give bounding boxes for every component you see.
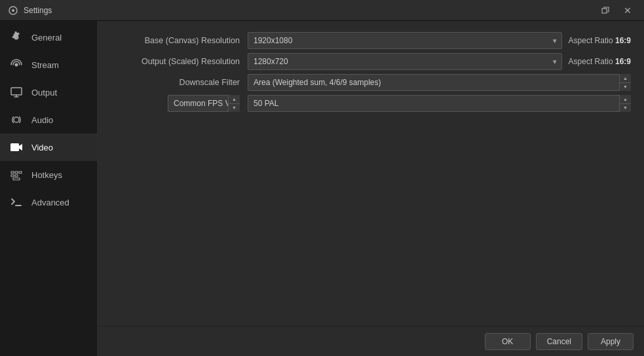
- svg-rect-10: [11, 175, 14, 177]
- close-button[interactable]: ✕: [619, 4, 636, 17]
- fps-value-spinner: ▲ ▼: [619, 95, 631, 112]
- audio-label: Audio: [31, 115, 53, 125]
- fps-value-down-button[interactable]: ▼: [620, 104, 631, 113]
- main-layout: General Stream Output: [0, 21, 644, 356]
- output-resolution-control: 1280x720 1920x1080 854x480 ▼ Aspect Rati…: [248, 53, 631, 70]
- stream-icon: [9, 58, 24, 72]
- fps-value-select[interactable]: 50 PAL 23.976 NTSC 24 NTSC 25 PAL 29.97 …: [248, 95, 631, 112]
- fps-value-wrapper: 50 PAL 23.976 NTSC 24 NTSC 25 PAL 29.97 …: [248, 95, 631, 112]
- fps-type-up-button[interactable]: ▲: [229, 95, 240, 104]
- fps-row: Common FPS Values Integer FPS Value Frac…: [110, 94, 631, 113]
- downscale-filter-label: Downscale Filter: [110, 78, 248, 87]
- output-resolution-select[interactable]: 1280x720 1920x1080 854x480: [248, 53, 562, 70]
- downscale-filter-select[interactable]: Area (Weighted sum, 4/6/9 samples) Bilin…: [248, 74, 631, 91]
- fps-label: Common FPS Values Integer FPS Value Frac…: [110, 95, 248, 112]
- downscale-filter-control: Area (Weighted sum, 4/6/9 samples) Bilin…: [248, 74, 631, 91]
- restore-button[interactable]: [597, 4, 614, 17]
- base-resolution-select-wrapper: 1920x1080 1280x720 3840x2160 ▼: [248, 32, 562, 49]
- output-icon: [9, 85, 24, 99]
- video-settings-form: Base (Canvas) Resolution 1920x1080 1280x…: [110, 31, 631, 114]
- fps-spinner-wrapper: Common FPS Values Integer FPS Value Frac…: [168, 95, 240, 112]
- svg-point-5: [14, 117, 19, 122]
- svg-point-3: [15, 63, 18, 67]
- stream-label: Stream: [31, 60, 59, 70]
- svg-rect-4: [11, 88, 22, 95]
- fps-type-spinner: ▲ ▼: [228, 95, 240, 112]
- sidebar-item-hotkeys[interactable]: Hotkeys: [0, 161, 97, 188]
- downscale-spinner: ▲ ▼: [619, 74, 631, 91]
- audio-icon: [9, 113, 24, 127]
- base-resolution-label: Base (Canvas) Resolution: [110, 36, 248, 45]
- sidebar-item-output[interactable]: Output: [0, 79, 97, 106]
- base-resolution-select[interactable]: 1920x1080 1280x720 3840x2160: [248, 32, 562, 49]
- video-icon: [9, 140, 24, 154]
- downscale-filter-wrapper: Area (Weighted sum, 4/6/9 samples) Bilin…: [248, 74, 631, 91]
- sidebar-item-video[interactable]: Video: [0, 134, 97, 161]
- sidebar-item-stream[interactable]: Stream: [0, 51, 97, 79]
- advanced-label: Advanced: [31, 198, 69, 207]
- svg-rect-11: [15, 175, 18, 177]
- sidebar: General Stream Output: [0, 21, 97, 356]
- window-controls: ✕: [597, 4, 636, 17]
- downscale-filter-row: Downscale Filter Area (Weighted sum, 4/6…: [110, 73, 631, 92]
- output-resolution-label: Output (Scaled) Resolution: [110, 57, 248, 66]
- downscale-down-button[interactable]: ▼: [620, 83, 631, 92]
- hotkeys-label: Hotkeys: [31, 170, 62, 180]
- spacer: [110, 114, 631, 346]
- advanced-icon: [9, 195, 24, 209]
- base-resolution-control: 1920x1080 1280x720 3840x2160 ▼ Aspect Ra…: [248, 32, 631, 49]
- sidebar-item-advanced[interactable]: Advanced: [0, 188, 97, 216]
- general-label: General: [31, 33, 62, 43]
- window-title: Settings: [24, 6, 597, 15]
- sidebar-item-audio[interactable]: Audio: [0, 106, 97, 134]
- svg-rect-9: [19, 171, 22, 173]
- video-label: Video: [31, 143, 53, 152]
- svg-rect-12: [13, 178, 20, 180]
- output-resolution-select-wrapper: 1280x720 1920x1080 854x480 ▼: [248, 53, 562, 70]
- base-resolution-row: Base (Canvas) Resolution 1920x1080 1280x…: [110, 31, 631, 50]
- svg-rect-2: [602, 9, 607, 13]
- output-label: Output: [31, 88, 57, 98]
- fps-label-wrapper: Common FPS Values Integer FPS Value Frac…: [110, 95, 240, 112]
- gear-icon: [9, 30, 24, 44]
- output-resolution-aspect-ratio: Aspect Ratio 16:9: [566, 57, 631, 66]
- content-area: Base (Canvas) Resolution 1920x1080 1280x…: [97, 21, 644, 356]
- output-resolution-row: Output (Scaled) Resolution 1280x720 1920…: [110, 52, 631, 71]
- svg-rect-7: [11, 171, 14, 173]
- svg-rect-6: [10, 143, 19, 151]
- app-icon: [8, 5, 18, 16]
- base-resolution-aspect-ratio: Aspect Ratio 16:9: [566, 36, 631, 45]
- ok-button[interactable]: OK: [485, 333, 531, 350]
- apply-button[interactable]: Apply: [588, 333, 634, 350]
- fps-value-control: 50 PAL 23.976 NTSC 24 NTSC 25 PAL 29.97 …: [248, 95, 631, 112]
- titlebar: Settings ✕: [0, 0, 644, 21]
- svg-rect-8: [15, 171, 18, 173]
- hotkeys-icon: [9, 168, 24, 182]
- cancel-button[interactable]: Cancel: [536, 333, 582, 350]
- downscale-up-button[interactable]: ▲: [620, 74, 631, 83]
- fps-type-down-button[interactable]: ▼: [229, 104, 240, 113]
- fps-value-up-button[interactable]: ▲: [620, 95, 631, 104]
- sidebar-item-general[interactable]: General: [0, 24, 97, 51]
- bottom-bar: OK Cancel Apply: [97, 326, 644, 356]
- svg-point-1: [12, 9, 14, 12]
